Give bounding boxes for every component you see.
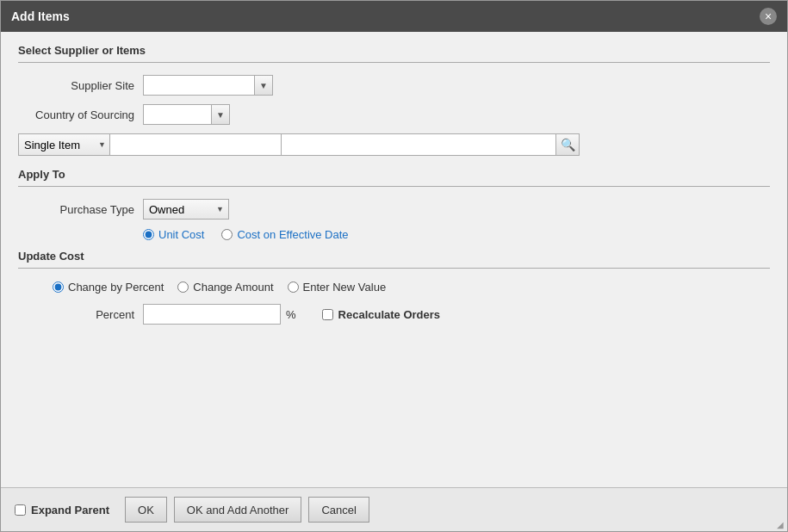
cost-on-effective-date-radio[interactable] — [221, 229, 233, 240]
recalculate-orders-label[interactable]: Recalculate Orders — [322, 308, 441, 321]
recalculate-orders-checkbox[interactable] — [322, 309, 333, 320]
dialog-footer: Expand Parent OK OK and Add Another Canc… — [1, 487, 787, 531]
change-by-amount-label: Change Amount — [193, 281, 273, 294]
cancel-button[interactable]: Cancel — [308, 497, 369, 523]
cost-type-radio-group: Unit Cost Cost on Effective Date — [143, 228, 349, 241]
expand-parent-label[interactable]: Expand Parent — [15, 504, 109, 517]
change-by-percent-label: Change by Percent — [68, 281, 164, 294]
percent-label: Percent — [18, 308, 143, 321]
supplier-site-control: ▼ — [143, 75, 273, 96]
percent-row: Percent % Recalculate Orders — [18, 304, 770, 325]
close-button[interactable]: × — [760, 8, 777, 25]
unit-cost-label: Unit Cost — [158, 228, 204, 241]
unit-cost-radio[interactable] — [143, 229, 154, 240]
cost-on-effective-date-label: Cost on Effective Date — [237, 228, 348, 241]
resize-handle-icon: ◢ — [777, 520, 784, 529]
dialog-header: Add Items × — [1, 1, 787, 32]
update-cost-radio-row: Change by Percent Change Amount Enter Ne… — [18, 281, 770, 294]
select-supplier-section-title: Select Supplier or Items — [18, 44, 770, 57]
item-type-wrapper: Single Item Multiple Items — [18, 133, 110, 156]
purchase-type-row: Purchase Type Owned Leased — [18, 199, 770, 220]
cost-on-effective-date-radio-label[interactable]: Cost on Effective Date — [221, 228, 348, 241]
apply-to-divider — [18, 186, 770, 187]
search-button[interactable]: 🔍 — [555, 133, 580, 156]
supplier-site-label: Supplier Site — [18, 79, 143, 92]
purchase-type-control: Owned Leased — [143, 199, 229, 220]
apply-to-section-title: Apply To — [18, 168, 770, 181]
enter-new-value-radio[interactable] — [288, 281, 299, 293]
update-cost-section-title: Update Cost — [18, 250, 770, 263]
item-type-select[interactable]: Single Item Multiple Items — [18, 133, 110, 156]
country-sourcing-dropdown-btn[interactable]: ▼ — [211, 104, 230, 125]
percent-control: % Recalculate Orders — [143, 304, 440, 325]
select-supplier-divider — [18, 62, 770, 63]
item-search-row: Single Item Multiple Items 🔍 — [18, 133, 770, 156]
change-by-amount-radio-label[interactable]: Change Amount — [177, 281, 273, 294]
item-search-wide-input[interactable] — [281, 133, 556, 156]
update-cost-radio-group: Change by Percent Change Amount Enter Ne… — [53, 281, 386, 294]
supplier-site-dropdown-btn[interactable]: ▼ — [254, 75, 273, 96]
dialog-title: Add Items — [11, 9, 70, 23]
unit-cost-radio-label[interactable]: Unit Cost — [143, 228, 204, 241]
percent-symbol: % — [286, 308, 296, 321]
ok-add-another-button[interactable]: OK and Add Another — [174, 497, 302, 523]
percent-input[interactable] — [143, 304, 281, 325]
country-sourcing-control: ▼ — [143, 104, 230, 125]
change-by-percent-radio[interactable] — [53, 281, 64, 293]
supplier-site-input[interactable] — [143, 75, 255, 96]
country-sourcing-label: Country of Sourcing — [18, 108, 143, 121]
change-by-amount-radio[interactable] — [177, 281, 189, 293]
add-items-dialog: Add Items × Select Supplier or Items Sup… — [0, 0, 788, 532]
ok-button[interactable]: OK — [125, 497, 167, 523]
item-search-input[interactable] — [109, 133, 282, 156]
enter-new-value-label: Enter New Value — [303, 281, 387, 294]
change-by-percent-radio-label[interactable]: Change by Percent — [53, 281, 164, 294]
update-cost-divider — [18, 268, 770, 269]
country-sourcing-row: Country of Sourcing ▼ — [18, 104, 770, 125]
country-sourcing-input[interactable] — [143, 104, 212, 125]
expand-parent-checkbox[interactable] — [15, 504, 26, 516]
enter-new-value-radio-label[interactable]: Enter New Value — [288, 281, 387, 294]
purchase-type-select[interactable]: Owned Leased — [143, 199, 229, 220]
purchase-type-label: Purchase Type — [18, 203, 143, 216]
purchase-type-wrapper: Owned Leased — [143, 199, 229, 220]
expand-parent-text: Expand Parent — [31, 504, 109, 517]
supplier-site-row: Supplier Site ▼ — [18, 75, 770, 96]
dialog-body: Select Supplier or Items Supplier Site ▼… — [1, 32, 787, 487]
cost-type-row: Unit Cost Cost on Effective Date — [18, 228, 770, 241]
recalculate-orders-text: Recalculate Orders — [338, 308, 441, 321]
